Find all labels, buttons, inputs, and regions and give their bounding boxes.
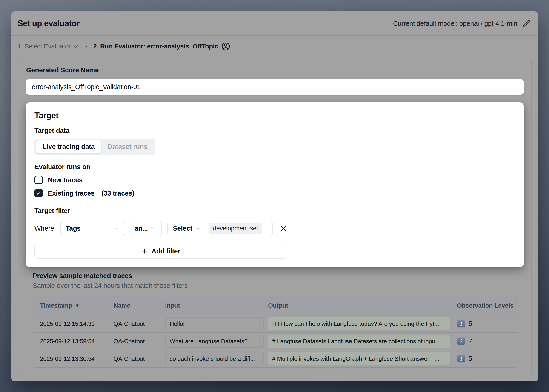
- breadcrumb-step1-label: 1. Select Evaluator: [17, 43, 71, 50]
- filter-value-chip[interactable]: development-set: [209, 223, 262, 234]
- table-row[interactable]: 2025-09-12 13:59:54 QA-Chatbot What are …: [33, 332, 517, 350]
- cell-output[interactable]: # Multiple invokes with LangGraph + Lang…: [268, 352, 450, 365]
- tab-dataset-runs[interactable]: Dataset runs: [101, 140, 154, 153]
- cell-timestamp: 2025-09-12 13:59:54: [33, 338, 111, 345]
- target-data-tabs: Live tracing data Dataset runs: [35, 139, 155, 155]
- generated-score-name-input[interactable]: [26, 79, 524, 95]
- user-circle-icon: [221, 42, 230, 51]
- new-traces-checkbox[interactable]: [35, 176, 43, 184]
- chevron-down-icon: [195, 225, 201, 231]
- sort-desc-icon: ▼: [75, 303, 79, 308]
- existing-traces-label: Existing traces: [48, 189, 94, 197]
- add-filter-button[interactable]: Add filter: [35, 244, 287, 259]
- default-model-info: Current default model: openai / gpt-4.1-…: [393, 20, 530, 27]
- preview-title: Preview sample matched traces: [33, 272, 517, 280]
- evaluator-runs-on-label: Evaluator runs on: [35, 163, 515, 171]
- column-header-timestamp[interactable]: Timestamp ▼: [33, 302, 111, 309]
- app-background: Set up evaluator Current default model: …: [0, 0, 549, 392]
- cell-input[interactable]: Hello!: [165, 317, 264, 330]
- table-row[interactable]: 2025-09-12 13:30:54 QA-Chatbot so each i…: [33, 350, 517, 367]
- filter-operator-value: an...: [135, 225, 148, 232]
- pencil-icon[interactable]: [523, 20, 530, 27]
- filter-value-select[interactable]: Select development-set: [167, 221, 273, 236]
- cell-output[interactable]: Hi! How can I help with Langfuse today? …: [268, 317, 450, 330]
- preview-subtitle: Sample over the last 24 hours that match…: [33, 282, 517, 289]
- target-data-label: Target data: [35, 127, 515, 134]
- cell-name: QA-Chatbot: [111, 320, 163, 328]
- info-icon: i: [457, 355, 465, 363]
- column-header-input[interactable]: Input: [163, 302, 266, 309]
- info-icon: i: [457, 337, 465, 345]
- cell-timestamp: 2025-09-12 15:14:31: [33, 320, 111, 328]
- preview-section: Preview sample matched traces Sample ove…: [26, 272, 524, 368]
- generated-score-name-label: Generated Score Name: [26, 66, 524, 74]
- cell-observation-levels: i 7: [452, 337, 517, 345]
- add-filter-label: Add filter: [151, 247, 180, 255]
- tab-live-tracing-data[interactable]: Live tracing data: [36, 140, 101, 153]
- remove-filter-button[interactable]: [279, 224, 288, 233]
- target-filter-label: Target filter: [35, 207, 515, 215]
- filter-operator-select[interactable]: an...: [131, 221, 162, 236]
- cell-output[interactable]: # Langfuse Datasets Langfuse Datasets ar…: [268, 335, 450, 348]
- observation-level-count: 5: [469, 355, 472, 362]
- x-icon: [280, 225, 287, 232]
- cell-observation-levels: i 5: [452, 355, 517, 363]
- checkbox-row-existing-traces[interactable]: Existing traces (33 traces): [35, 189, 515, 197]
- target-title: Target: [35, 111, 515, 120]
- breadcrumb-step2-label: 2. Run Evaluator: error-analysis_OffTopi…: [93, 43, 218, 50]
- breadcrumb-step-select-evaluator[interactable]: 1. Select Evaluator: [17, 43, 79, 50]
- cell-timestamp: 2025-09-12 13:30:54: [33, 355, 111, 362]
- filter-builder-row: Where Tags an... Select: [35, 221, 515, 236]
- cell-observation-levels: i 5: [452, 320, 517, 328]
- target-card: Target Target data Live tracing data Dat…: [26, 103, 524, 267]
- cell-name: QA-Chatbot: [111, 338, 163, 345]
- setup-evaluator-dialog: Set up evaluator Current default model: …: [12, 12, 538, 381]
- info-icon: i: [457, 320, 465, 328]
- cell-input[interactable]: so each invoke should be a diff...: [165, 352, 264, 365]
- cell-input[interactable]: What are Langfuse Datasets?: [165, 335, 264, 348]
- dialog-title: Set up evaluator: [17, 19, 79, 28]
- divider: [205, 224, 205, 233]
- timestamp-header-label: Timestamp: [40, 302, 72, 309]
- chevron-down-icon: [150, 226, 155, 231]
- preview-table: Timestamp ▼ Name Input Output Observatio…: [33, 296, 517, 368]
- default-model-label: Current default model: openai / gpt-4.1-…: [393, 20, 519, 27]
- checkbox-row-new-traces[interactable]: New traces: [35, 176, 515, 184]
- cell-name: QA-Chatbot: [111, 355, 163, 362]
- new-traces-label: New traces: [48, 176, 83, 184]
- filter-column-select[interactable]: Tags: [60, 221, 125, 236]
- breadcrumb: 1. Select Evaluator 2. Run Evaluator: er…: [17, 41, 230, 52]
- observation-level-count: 7: [469, 337, 472, 345]
- filter-value-placeholder: Select: [173, 225, 192, 232]
- plus-icon: [141, 248, 148, 254]
- column-header-name[interactable]: Name: [111, 302, 163, 309]
- column-header-output[interactable]: Output: [266, 302, 452, 309]
- table-header-row: Timestamp ▼ Name Input Output Observatio…: [33, 296, 517, 315]
- check-icon: [73, 43, 79, 49]
- breadcrumb-step-run-evaluator: 2. Run Evaluator: error-analysis_OffTopi…: [93, 42, 230, 51]
- filter-column-value: Tags: [66, 225, 81, 232]
- content-panel: Generated Score Name Target Target data …: [18, 59, 532, 376]
- chevron-right-icon: [84, 44, 89, 49]
- table-row[interactable]: 2025-09-12 15:14:31 QA-Chatbot Hello! Hi…: [33, 315, 517, 332]
- observation-level-count: 5: [469, 320, 472, 328]
- existing-traces-checkbox[interactable]: [35, 189, 43, 197]
- existing-traces-count: (33 traces): [101, 189, 134, 197]
- column-header-observation-levels[interactable]: Observation Levels: [452, 302, 517, 309]
- where-label: Where: [35, 225, 55, 232]
- dialog-header: Set up evaluator Current default model: …: [12, 12, 538, 36]
- chevron-down-icon: [114, 225, 120, 231]
